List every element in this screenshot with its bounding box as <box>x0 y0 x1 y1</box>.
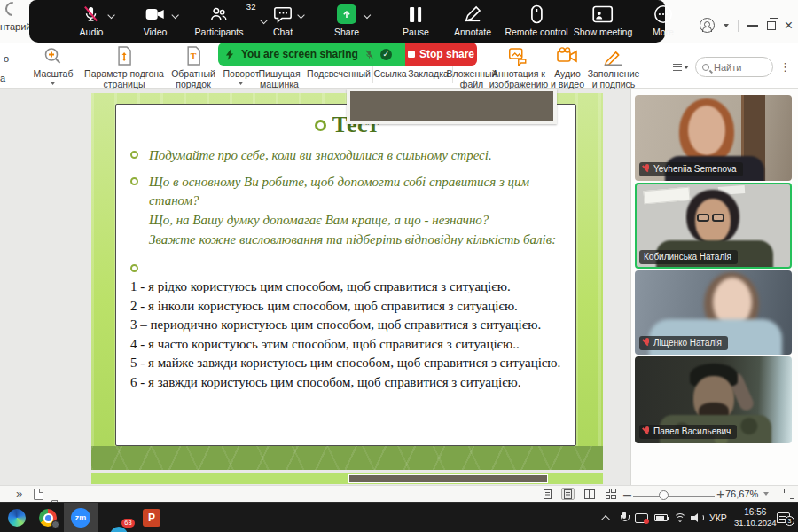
window-controls: × <box>700 18 793 33</box>
windows-taskbar: zm 63 P G PDF УКР 16:56 31.10.2024 3 <box>0 502 798 532</box>
video-camera-icon <box>551 44 584 67</box>
zoom-participants-button[interactable]: Participants 32 <box>195 4 244 37</box>
tray-language-indicator[interactable]: УКР <box>709 503 727 532</box>
chevron-down-icon[interactable] <box>297 12 304 19</box>
pencil-icon <box>454 4 491 25</box>
tray-clock[interactable]: 16:56 31.10.2024 <box>734 503 777 532</box>
tray-screencast-icon[interactable] <box>635 503 648 532</box>
video-tile[interactable]: Ліщенко Наталія <box>635 270 792 355</box>
scale-item: 6 - я завжди користуюсь цим способом, що… <box>130 373 578 393</box>
zoom-out-button[interactable]: – <box>623 487 631 503</box>
powerpoint-icon[interactable]: P <box>143 509 160 527</box>
ribbon-fill-sign-tool[interactable]: Заполнениеи подпись <box>588 44 640 90</box>
microphone-muted-icon <box>364 49 374 60</box>
account-icon[interactable] <box>700 18 715 33</box>
tray-wifi-icon[interactable] <box>674 503 686 532</box>
participant-name-label: Павел Васильевич <box>639 425 737 439</box>
bullet-icon <box>130 177 138 185</box>
share-screen-icon <box>337 4 356 24</box>
grid-view-icon[interactable] <box>604 488 617 500</box>
zoom-chat-button[interactable]: Chat <box>273 4 293 37</box>
tray-microphone-icon[interactable] <box>620 503 629 532</box>
tray-notifications-icon[interactable]: 3 <box>777 503 790 532</box>
zoom-slider-track[interactable] <box>633 496 715 497</box>
slide-bullet <box>130 260 563 272</box>
ribbon-audio-video-tool[interactable]: Аудиои видео <box>551 44 584 90</box>
search-input[interactable] <box>714 62 763 73</box>
ribbon-link-tool[interactable]: Ссылка <box>373 69 406 80</box>
divider <box>738 20 739 32</box>
ribbon-typewriter-tool[interactable]: Пишущаямашинка <box>258 69 300 90</box>
annotation-cover-rectangle[interactable] <box>347 89 557 124</box>
ribbon-reverse-order-tool[interactable]: T Обратныйпорядок <box>171 44 215 90</box>
two-page-view-icon[interactable] <box>583 488 596 500</box>
ribbon-highlight-tool[interactable]: Подсвеченный <box>307 69 371 80</box>
sharing-banner-text: You are screen sharing <box>241 48 358 60</box>
chevron-down-icon[interactable] <box>107 12 114 19</box>
security-shield-icon[interactable]: ✓ <box>380 49 392 60</box>
zoom-level-select[interactable]: 76,67% <box>725 489 769 499</box>
undo-icon[interactable] <box>3 0 23 19</box>
fullscreen-icon[interactable] <box>784 489 794 499</box>
app-search-row: ⋮ <box>673 57 791 77</box>
video-tile[interactable]: Yevheniia Semenova <box>635 95 792 181</box>
microphone-muted-icon <box>80 4 104 25</box>
stop-share-button[interactable]: Stop share <box>405 43 477 66</box>
pdf-document-area[interactable]: Тест Подумайте про себе, коли ви знаходи… <box>0 89 630 485</box>
close-button[interactable]: × <box>785 20 793 32</box>
slide-bullet: Що в основному Ви робите, щоб допомогти … <box>130 173 563 210</box>
zoom-slider-knob[interactable] <box>659 490 669 500</box>
chevron-down-icon[interactable] <box>260 17 267 24</box>
dropdown-caret-icon <box>51 82 56 85</box>
ribbon-image-annotation-tool[interactable]: Аннотация кизображению <box>489 44 549 90</box>
tray-speaker-icon[interactable] <box>691 503 703 532</box>
scale-item: 4 - я часто користуюсь этим способом, що… <box>130 335 578 355</box>
ribbon-page-fit-tool[interactable]: Параметр подгонастраницы <box>84 44 164 95</box>
participant-video-panel: Yevheniia Semenova Кобилинська Наталія Л… <box>631 89 798 485</box>
ribbon-bookmark-tool[interactable]: Закладка <box>408 69 449 80</box>
more-options-icon[interactable]: ⋮ <box>779 65 791 70</box>
continuous-view-icon[interactable] <box>561 488 575 500</box>
tray-chevron[interactable] <box>604 503 610 532</box>
participant-name-label: Ліщенко Наталія <box>639 336 728 350</box>
zoom-in-button[interactable]: + <box>716 487 724 503</box>
dropdown-caret-icon <box>763 492 769 496</box>
zoom-remote-control-button[interactable]: Remote control <box>505 4 567 37</box>
pencil-sign-icon <box>588 44 640 67</box>
ribbon-zoom-tool[interactable]: Масштаб <box>34 44 74 85</box>
zoom-video-button[interactable]: Video <box>144 4 168 37</box>
dropdown-caret-icon <box>239 82 244 85</box>
page-fit-icon <box>84 44 164 67</box>
bullet-icon <box>130 151 138 159</box>
notification-count-badge: 3 <box>785 516 794 526</box>
minimize-button[interactable] <box>747 25 758 27</box>
next-slide-preview[interactable] <box>91 473 603 484</box>
edge-browser-icon[interactable] <box>8 509 26 527</box>
chevron-down-icon[interactable] <box>171 12 178 19</box>
reverse-order-icon: T <box>171 44 215 67</box>
zoom-show-meeting-button[interactable]: Show meeting <box>574 4 633 37</box>
page-thumbnail-icon[interactable] <box>34 489 43 500</box>
slide-bullet: Подумайте про себе, коли ви знаходилися … <box>130 146 563 165</box>
zoom-share-button[interactable]: Share <box>334 4 359 37</box>
zoom-audio-button[interactable]: Audio <box>80 4 104 37</box>
video-tile-active-speaker[interactable]: Кобилинська Наталія <box>635 183 792 269</box>
chevron-down-icon[interactable] <box>364 12 371 19</box>
slide-bottom-band <box>91 446 603 470</box>
tray-battery-icon[interactable] <box>654 503 668 532</box>
chrome-browser-icon[interactable] <box>39 509 57 527</box>
comment-tab-fragment[interactable]: нтарий <box>0 21 32 32</box>
restore-button[interactable] <box>767 21 776 30</box>
zoom-app-active[interactable]: zm <box>64 503 98 532</box>
video-tile[interactable]: Павел Васильевич <box>635 356 792 443</box>
zoom-more-button[interactable]: More <box>653 4 674 37</box>
expand-panel-icon[interactable]: » <box>16 487 22 500</box>
search-options-icon[interactable] <box>673 64 689 71</box>
zoom-pause-button[interactable]: Pause <box>403 4 429 37</box>
search-field[interactable] <box>695 57 773 77</box>
screen: нтарий × о а Масштаб Параметр подгонастр… <box>0 0 798 532</box>
slide-text-line: Зважте кожне висловлювання та підберіть … <box>149 231 563 249</box>
single-page-view-icon[interactable] <box>541 488 554 500</box>
zoom-annotate-button[interactable]: Annotate <box>454 4 491 37</box>
chevron-down-icon[interactable] <box>724 24 729 27</box>
